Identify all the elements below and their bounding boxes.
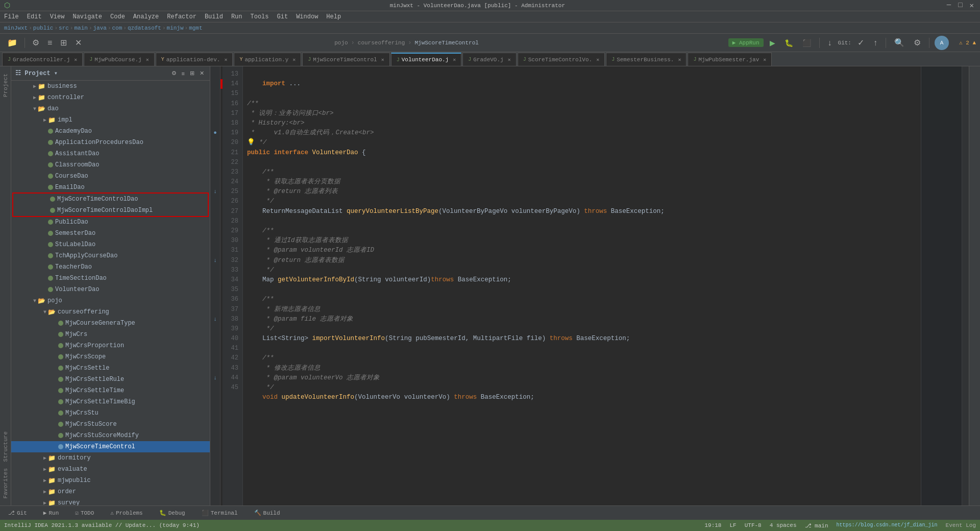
toolbar-project-btn[interactable]: 📁 [4, 36, 20, 49]
vtab-structure[interactable]: Structure [1, 428, 10, 465]
tab-mjwpubsemester[interactable]: J MjwPubSemester.jav ✕ [688, 53, 772, 66]
tab-gradevo[interactable]: J GradeVO.j ✕ [462, 53, 516, 66]
nav-mgmt[interactable]: mgmt [189, 25, 202, 31]
git-update-button[interactable]: ↓ [825, 37, 835, 49]
vtab-project[interactable]: Project [1, 70, 10, 100]
tree-item-stulabeldao[interactable]: ▶ StuLabelDao [11, 239, 210, 250]
toolbar-close-panel-btn[interactable]: ✕ [72, 36, 85, 49]
gutter-line-icon-32[interactable]: ↓ [213, 256, 217, 266]
tree-item-mjwcrssettlerule[interactable]: ▶ MjwCrsSettleRule [11, 374, 210, 385]
gutter-line-icon-38[interactable]: ↓ [213, 315, 217, 324]
tree-item-assistantdao[interactable]: ▶ AssistantDao [11, 148, 210, 159]
code-content[interactable]: import ... /** * 说明：业务访问接口<br> * History… [243, 66, 921, 505]
menu-code[interactable]: Code [106, 12, 129, 21]
maximize-button[interactable]: □ [956, 1, 964, 10]
tab-application[interactable]: Y application.y ✕ [234, 53, 301, 66]
project-settings-btn[interactable]: ⚙ [170, 69, 178, 77]
menu-navigate[interactable]: Navigate [68, 12, 106, 21]
tree-item-mjwcrssettletimebig[interactable]: ▶ MjwCrsSettleTimeBig [11, 396, 210, 407]
tree-item-mjwcrsstuScoremodify[interactable]: ▶ MjwCrsStuScoreModify [11, 430, 210, 441]
tree-item-order[interactable]: ▶ 📁 order [11, 486, 210, 497]
git-commit-button[interactable]: ✓ [854, 36, 867, 49]
avatar[interactable]: A [935, 36, 949, 50]
tree-item-mjwcrsscope[interactable]: ▶ MjwCrsScope [11, 351, 210, 363]
gutter-line-icon-19[interactable]: ● [213, 128, 217, 138]
event-log[interactable]: Event Log [946, 522, 976, 529]
bottom-tab-todo[interactable]: ☑ TODO [71, 506, 98, 520]
minimize-button[interactable]: ─ [945, 1, 953, 10]
tree-item-mjwcrsproportion[interactable]: ▶ MjwCrsProportion [11, 340, 210, 351]
tab-close-icon[interactable]: ✕ [224, 57, 227, 63]
tab-close-icon[interactable]: ✕ [74, 57, 77, 63]
nav-com[interactable]: com [112, 25, 122, 31]
stop-button[interactable]: ⬛ [799, 37, 814, 49]
project-sort-btn[interactable]: ≡ [180, 69, 186, 77]
close-button[interactable]: ✕ [968, 1, 976, 10]
gutter-line-icon-25[interactable]: ↓ [213, 187, 217, 197]
tree-item-dao[interactable]: ▼ 📂 dao [11, 103, 210, 114]
tab-close-icon[interactable]: ✕ [453, 57, 456, 63]
tree-item-survey[interactable]: ▶ 📁 survey [11, 497, 210, 505]
toolbar-sort-btn[interactable]: ≡ [44, 37, 55, 49]
settings-btn[interactable]: ⚙ [911, 36, 924, 49]
tree-item-semesterdao[interactable]: ▶ SemesterDao [11, 228, 210, 239]
tree-item-mjwscoretimecontroldaoimpl[interactable]: ▶ MjwScoreTimeControlDaoImpl [13, 205, 208, 216]
tab-close-icon[interactable]: ✕ [508, 57, 511, 63]
project-close-btn[interactable]: ✕ [198, 69, 206, 77]
tab-close-icon[interactable]: ✕ [678, 57, 681, 63]
tree-item-mjwcrsstuscore[interactable]: ▶ MjwCrsStuScore [11, 419, 210, 430]
tree-item-courseoffering[interactable]: ▼ 📂 courseoffering [11, 306, 210, 318]
tree-item-applicationproceduresdao[interactable]: ▶ ApplicationProceduresDao [11, 137, 210, 148]
tree-item-publicdao[interactable]: ▶ PublicDao [11, 216, 210, 228]
breadcrumb-pojo[interactable]: pojo [334, 40, 348, 46]
tree-item-teacherdao[interactable]: ▶ TeacherDao [11, 261, 210, 273]
tab-semesterbusiness[interactable]: J SemesterBusiness. ✕ [606, 53, 687, 66]
tree-item-dormitory[interactable]: ▶ 📁 dormitory [11, 452, 210, 464]
tree-item-evaluate[interactable]: ▶ 📁 evaluate [11, 464, 210, 475]
tab-scoretimecontrolvo[interactable]: J ScoreTimeControlVo. ✕ [518, 53, 605, 66]
menu-file[interactable]: File [0, 12, 23, 21]
tree-item-tchapplycoursedao[interactable]: ▶ TchApplyCourseDao [11, 250, 210, 261]
nav-src[interactable]: src [59, 25, 69, 31]
tree-item-pojo[interactable]: ▼ 📂 pojo [11, 295, 210, 306]
tab-mjwscoretimecontrol[interactable]: J MjwScoreTimeControl ✕ [302, 53, 389, 66]
bottom-tab-problems[interactable]: ⚠ Problems [106, 506, 146, 520]
toolbar-expand-btn[interactable]: ⊞ [57, 36, 70, 49]
tab-volunteerdao[interactable]: J VolunteerDao.j ✕ [391, 53, 461, 66]
tree-item-classroomdao[interactable]: ▶ ClassroomDao [11, 159, 210, 171]
right-scrollbar[interactable] [962, 66, 969, 505]
run-config-label[interactable]: ▶ AppRun [728, 38, 764, 47]
nav-qzdatasoft[interactable]: qzdatasoft [128, 25, 161, 31]
tree-item-mjwscoretimecontroldao[interactable]: ▶ MjwScoreTimeControlDao [13, 194, 208, 205]
tab-applicationdev[interactable]: Y application-dev. ✕ [156, 53, 233, 66]
nav-public[interactable]: public [33, 25, 54, 31]
menu-run[interactable]: Run [227, 12, 247, 21]
tab-close-icon[interactable]: ✕ [381, 57, 384, 63]
breadcrumb-courseoffering[interactable]: courseoffering [358, 40, 405, 46]
gutter-line-icon-44[interactable]: ↓ [213, 373, 217, 383]
tree-item-coursedao[interactable]: ▶ CourseDao [11, 171, 210, 182]
debug-button[interactable]: 🐛 [781, 37, 796, 49]
tab-close-icon[interactable]: ✕ [146, 57, 149, 63]
bottom-tab-debug[interactable]: 🐛 Debug [155, 506, 189, 520]
tree-item-impl[interactable]: ▶ 📁 impl [11, 114, 210, 126]
menu-edit[interactable]: Edit [23, 12, 46, 21]
tree-item-mjwpublic[interactable]: ▶ 📁 mjwpublic [11, 475, 210, 486]
menu-tools[interactable]: Tools [247, 12, 273, 21]
menu-analyze[interactable]: Analyze [129, 12, 163, 21]
tree-item-business[interactable]: ▶ 📁 business [11, 81, 210, 92]
tree-item-academydao[interactable]: ▶ AcademyDao [11, 126, 210, 137]
tree-item-mjwcrssettle[interactable]: ▶ MjwCrsSettle [11, 363, 210, 374]
nav-minjw[interactable]: minjw [167, 25, 184, 31]
menu-git[interactable]: Git [273, 12, 292, 21]
bottom-tab-run[interactable]: ▶ Run [39, 506, 63, 520]
search-btn[interactable]: 🔍 [891, 36, 908, 49]
menu-help[interactable]: Help [322, 12, 345, 21]
menu-build[interactable]: Build [201, 12, 227, 21]
nav-main[interactable]: main [74, 25, 87, 31]
vtab-favorites[interactable]: Favorites [1, 465, 10, 501]
tree-item-mjwcrssettletime[interactable]: ▶ MjwCrsSettleTime [11, 385, 210, 396]
tab-gradecontroller[interactable]: J GradeController.j ✕ [2, 53, 83, 66]
tree-item-mjwscoretimecontrol-pojo[interactable]: ▶ MjwScoreTimeControl [11, 441, 210, 452]
tab-close-icon[interactable]: ✕ [292, 57, 296, 63]
